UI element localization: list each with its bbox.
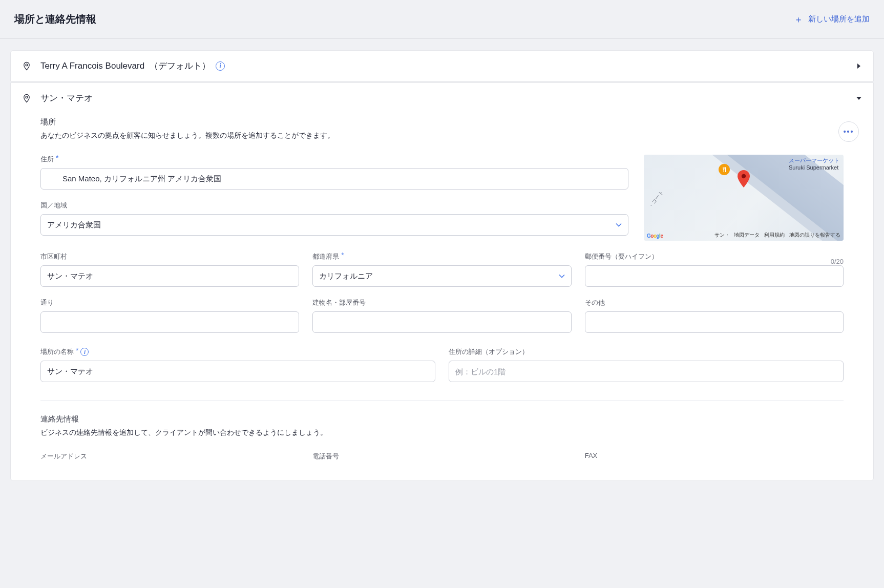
- info-icon[interactable]: i: [80, 348, 89, 356]
- page-header: 場所と連絡先情報 ＋ 新しい場所を追加: [0, 0, 884, 39]
- address-input[interactable]: [40, 168, 628, 190]
- svg-point-0: [26, 64, 28, 66]
- address-label: 住所*: [40, 155, 628, 164]
- add-location-label: 新しい場所を追加: [808, 14, 870, 24]
- plus-icon: ＋: [794, 13, 803, 26]
- section-location-heading: 場所: [40, 117, 844, 127]
- google-logo: Google: [647, 233, 663, 239]
- section-contact-heading: 連絡先情報: [40, 414, 844, 424]
- state-select[interactable]: カリフォルニア: [312, 265, 571, 287]
- location-card-collapsed: Terry A Francois Boulevard （デフォルト） i: [10, 50, 874, 81]
- section-location-desc: あなたのビジネスの拠点を顧客に知らせましょう。複数の場所を追加することができます…: [40, 131, 844, 140]
- more-options-button[interactable]: •••: [838, 121, 859, 142]
- street-input[interactable]: [40, 311, 299, 333]
- divider: [40, 401, 844, 401]
- location-card-expanded: サン・マテオ ••• 場所 あなたのビジネスの拠点を顧客に知らせましょう。複数の…: [10, 82, 874, 481]
- location-name: サン・マテオ: [40, 92, 93, 104]
- map-attribution: サン・ 地図データ 利用規約 地図の誤りを報告する: [711, 232, 840, 239]
- building-label: 建物名・部屋番号: [312, 298, 571, 307]
- email-label: メールアドレス: [40, 452, 299, 461]
- chevron-right-icon: [856, 63, 862, 69]
- svg-point-4: [742, 174, 746, 178]
- city-label: 市区町村: [40, 252, 299, 261]
- map-preview[interactable]: ・コート スーパーマーケットSuruki Supermarket Goo: [644, 155, 844, 241]
- default-label: （デフォルト）: [150, 60, 211, 72]
- map-poi-label: スーパーマーケットSuruki Supermarket: [789, 157, 839, 171]
- add-location-button[interactable]: ＋ 新しい場所を追加: [794, 13, 870, 26]
- chevron-down-icon: [616, 222, 622, 228]
- map-pin-icon: [22, 93, 31, 104]
- location-name-label: 場所の名称* i: [40, 347, 435, 356]
- other-input[interactable]: [585, 311, 844, 333]
- location-card-header[interactable]: サン・マテオ: [11, 83, 873, 113]
- country-select[interactable]: アメリカ合衆国: [40, 214, 628, 236]
- address-detail-label: 住所の詳細（オプション）: [449, 347, 844, 356]
- street-label: 通り: [40, 298, 299, 307]
- building-input[interactable]: [312, 311, 571, 333]
- address-detail-input[interactable]: [449, 361, 844, 382]
- fax-label: FAX: [585, 452, 844, 459]
- restaurant-poi-icon: [719, 164, 730, 175]
- location-name-input[interactable]: [40, 361, 435, 382]
- city-input[interactable]: [40, 265, 299, 287]
- map-pin-icon: [22, 60, 31, 72]
- map-street-label: ・コート: [647, 189, 665, 209]
- location-name: Terry A Francois Boulevard: [40, 61, 144, 71]
- state-label: 都道府県*: [312, 252, 571, 261]
- phone-label: 電話番号: [312, 452, 571, 461]
- other-label: その他: [585, 298, 844, 307]
- location-card-header[interactable]: Terry A Francois Boulevard （デフォルト） i: [11, 51, 873, 81]
- dots-icon: •••: [844, 128, 854, 136]
- country-label: 国／地域: [40, 201, 628, 210]
- page-title: 場所と連絡先情報: [14, 12, 96, 26]
- chevron-down-icon: [559, 273, 565, 279]
- postal-counter: 0/20: [831, 258, 844, 265]
- svg-point-1: [26, 96, 28, 98]
- state-value: カリフォルニア: [319, 271, 373, 281]
- info-icon[interactable]: i: [216, 61, 225, 71]
- postal-input[interactable]: [585, 265, 844, 287]
- country-value: アメリカ合衆国: [47, 220, 101, 230]
- chevron-down-icon: [856, 95, 862, 101]
- postal-label: 郵便番号（要ハイフン）: [585, 252, 658, 261]
- section-contact-desc: ビジネスの連絡先情報を追加して、クライアントが問い合わせできるようにしましょう。: [40, 428, 844, 437]
- map-marker-icon: [737, 170, 750, 187]
